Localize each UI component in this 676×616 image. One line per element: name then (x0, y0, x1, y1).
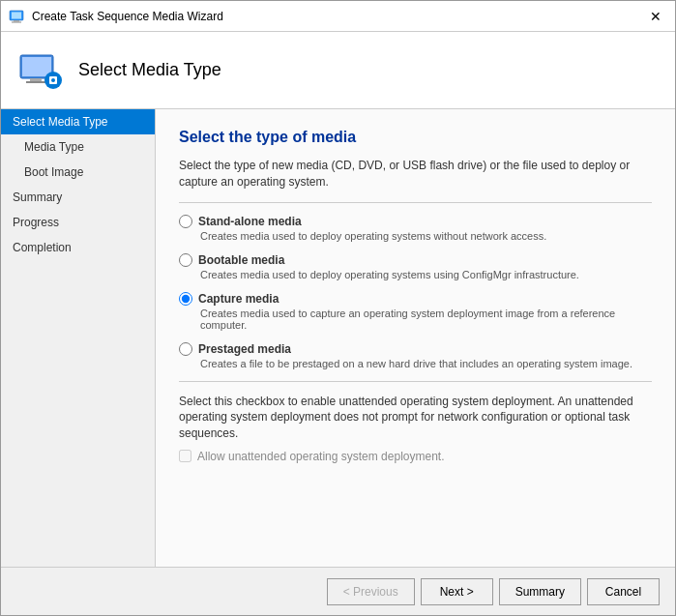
sidebar-item-media-type[interactable]: Media Type (1, 134, 155, 160)
svg-rect-6 (30, 78, 42, 81)
sidebar: Select Media Type Media Type Boot Image … (1, 109, 156, 567)
radio-standalone[interactable] (179, 215, 192, 228)
svg-rect-7 (26, 81, 45, 83)
option-capture: Capture media Creates media used to capt… (179, 292, 652, 331)
close-button[interactable]: ✕ (644, 8, 667, 25)
sidebar-item-select-media-type[interactable]: Select Media Type (1, 109, 155, 134)
svg-rect-1 (12, 12, 21, 18)
header-icon (16, 47, 63, 94)
main-content: Select Media Type Media Type Boot Image … (1, 109, 675, 567)
option-prestaged-label[interactable]: Prestaged media (179, 342, 652, 356)
separator-top (179, 202, 652, 203)
option-bootable: Bootable media Creates media used to dep… (179, 253, 652, 280)
option-standalone: Stand-alone media Creates media used to … (179, 215, 652, 242)
checkbox-unattended-label: Allow unattended operating system deploy… (179, 450, 652, 463)
option-prestaged: Prestaged media Creates a file to be pre… (179, 342, 652, 369)
option-prestaged-desc: Creates a file to be prestaged on a new … (200, 358, 652, 369)
separator-bottom (179, 381, 652, 382)
previous-button[interactable]: < Previous (327, 578, 415, 605)
title-bar: Create Task Sequence Media Wizard ✕ (1, 1, 675, 32)
cancel-button[interactable]: Cancel (587, 578, 660, 605)
header-title: Select Media Type (78, 60, 221, 80)
summary-button[interactable]: Summary (499, 578, 581, 605)
option-bootable-desc: Creates media used to deploy operating s… (200, 269, 652, 280)
wizard-window: Create Task Sequence Media Wizard ✕ Sele… (0, 0, 676, 616)
option-capture-text: Capture media (198, 292, 279, 306)
radio-prestaged[interactable] (179, 342, 192, 356)
option-standalone-label[interactable]: Stand-alone media (179, 215, 652, 228)
header-section: Select Media Type (1, 32, 675, 109)
content-description: Select the type of new media (CD, DVD, o… (179, 158, 652, 191)
checkbox-unattended[interactable] (179, 450, 191, 462)
sidebar-item-completion[interactable]: Completion (1, 235, 155, 260)
footer: < Previous Next > Summary Cancel (1, 567, 675, 615)
option-standalone-text: Stand-alone media (198, 215, 302, 228)
checkbox-section: Allow unattended operating system deploy… (179, 450, 652, 463)
unattended-note: Select this checkbox to enable unattende… (179, 394, 652, 442)
svg-rect-5 (22, 57, 51, 76)
window-title: Create Task Sequence Media Wizard (32, 10, 223, 23)
next-button[interactable]: Next > (421, 578, 493, 605)
content-area: Select the type of media Select the type… (156, 109, 675, 567)
option-bootable-text: Bootable media (198, 253, 284, 267)
option-standalone-desc: Creates media used to deploy operating s… (200, 230, 652, 242)
option-capture-label[interactable]: Capture media (179, 292, 652, 306)
svg-rect-3 (12, 21, 21, 22)
option-bootable-label[interactable]: Bootable media (179, 253, 652, 267)
radio-bootable[interactable] (179, 253, 192, 267)
title-bar-left: Create Task Sequence Media Wizard (9, 9, 223, 24)
content-title: Select the type of media (179, 129, 652, 146)
svg-point-10 (51, 78, 55, 82)
option-capture-desc: Creates media used to capture an operati… (200, 308, 652, 331)
checkbox-unattended-text: Allow unattended operating system deploy… (197, 450, 445, 463)
sidebar-item-boot-image[interactable]: Boot Image (1, 160, 155, 185)
sidebar-item-summary[interactable]: Summary (1, 185, 155, 210)
option-prestaged-text: Prestaged media (198, 342, 291, 356)
sidebar-item-progress[interactable]: Progress (1, 210, 155, 235)
radio-capture[interactable] (179, 292, 192, 306)
svg-rect-2 (14, 20, 19, 22)
wizard-icon (9, 9, 24, 24)
